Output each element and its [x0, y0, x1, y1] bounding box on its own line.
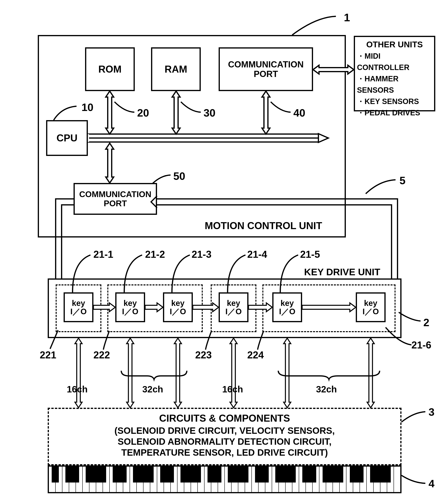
- cpu-block: CPU: [46, 120, 88, 156]
- keyio-3: key I／O: [163, 292, 193, 322]
- leader-21-4: [225, 254, 247, 294]
- cpu-bus-horizontal: [88, 132, 330, 144]
- keyio-1-label: key I／O: [70, 299, 87, 316]
- keyio-6: key I／O: [356, 292, 385, 322]
- cpu-label: CPU: [56, 132, 78, 144]
- keyio-4-label: key I／O: [225, 299, 242, 316]
- ref-comm2: 50: [173, 170, 185, 182]
- keyio-4: key I／O: [219, 292, 248, 322]
- leader-ref-4: [401, 473, 427, 485]
- keyio-1: key I／O: [64, 292, 94, 322]
- keyio-3-label: key I／O: [170, 299, 186, 316]
- cpu-comm2-conn: [104, 143, 116, 183]
- keyio-2: key I／O: [115, 292, 145, 322]
- ref-21-5: 21-5: [300, 249, 320, 260]
- keyio-2-label: key I／O: [122, 299, 138, 316]
- ref-21-2: 21-2: [145, 249, 165, 260]
- leader-224: [257, 331, 275, 351]
- ch-label-1: 32ch: [142, 384, 163, 395]
- ref-21-4: 21-4: [247, 249, 267, 260]
- leader-ref-10: [54, 105, 80, 121]
- leader-21-2: [122, 254, 144, 294]
- leader-ref-20: [114, 102, 136, 114]
- brace-222: [121, 370, 187, 380]
- other-units-item-1: ・HAMMER SENSORS: [357, 73, 432, 96]
- rom-bus-conn: [104, 91, 116, 134]
- leader-ref-5: [366, 179, 398, 195]
- keyboard: [48, 465, 401, 493]
- ch-label-0: 16ch: [67, 384, 88, 395]
- comm-port-top-label: COMMUNICATION PORT: [228, 60, 304, 79]
- leader-ref-30: [181, 102, 203, 114]
- keyio-arrow-1-2: [94, 302, 115, 312]
- ref-cpu: 10: [81, 101, 94, 113]
- comm1-otherunits-conn: [313, 64, 354, 76]
- leader-21-3: [170, 254, 192, 294]
- comm1-bus-conn: [260, 91, 272, 134]
- ref-222: 222: [94, 349, 110, 361]
- leader-221: [50, 330, 70, 350]
- other-units-item-2: ・KEY SENSORS: [357, 96, 419, 107]
- circuits-box: CIRCUITS & COMPONENTS (SOLENOID DRIVE CI…: [48, 408, 401, 465]
- vconn-1: [73, 338, 84, 408]
- keyio-arrow-5-6: [302, 302, 356, 312]
- vconn-4: [228, 338, 239, 408]
- keyio-5: key I／O: [272, 292, 302, 322]
- other-units-item-0: ・MIDI CONTROLLER: [357, 50, 432, 73]
- ref-busloop: 5: [400, 174, 405, 186]
- ram-bus-conn: [170, 91, 182, 134]
- leader-223: [206, 331, 224, 351]
- rom-block: ROM: [85, 47, 135, 91]
- ref-keyboard: 4: [429, 477, 434, 490]
- ram-label: RAM: [165, 64, 187, 75]
- circuits-title: CIRCUITS & COMPONENTS: [49, 413, 400, 424]
- leader-ref-50: [152, 174, 172, 185]
- leader-ref-3: [401, 411, 427, 424]
- other-units-item-3: ・PEDAL DRIVES: [357, 107, 420, 118]
- ch-label-3: 32ch: [316, 384, 337, 395]
- leader-ref-1: [292, 15, 340, 37]
- ref-21-6: 21-6: [411, 339, 431, 351]
- svg-rect-0: [88, 134, 89, 142]
- ref-ram: 30: [204, 107, 215, 119]
- leader-ref-2: [399, 310, 423, 323]
- circuits-body: (SOLENOID DRIVE CIRCUIT, VELOCITY SENSOR…: [49, 425, 400, 458]
- keyio-arrow-3-4: [193, 302, 219, 312]
- ref-224: 224: [247, 349, 264, 361]
- ref-21-3: 21-3: [192, 249, 211, 260]
- keyio-6-label: key I／O: [363, 299, 379, 316]
- keyio-arrow-4-5: [248, 302, 272, 312]
- ref-circuits: 3: [429, 406, 434, 418]
- ref-mcu: 1: [344, 11, 350, 24]
- ref-rom: 20: [137, 107, 149, 119]
- comm-port-top: COMMUNICATION PORT: [219, 47, 313, 91]
- ref-223: 223: [195, 349, 212, 361]
- keyio-5-label: key I／O: [279, 299, 295, 316]
- keyio-arrow-2-3: [145, 302, 163, 312]
- ref-21-1: 21-1: [94, 249, 113, 260]
- leader-ref-40: [271, 102, 293, 114]
- leader-21-5: [278, 254, 300, 294]
- brace-224: [278, 370, 380, 380]
- other-units-title: OTHER UNITS: [366, 40, 423, 49]
- leader-21-6: [385, 327, 414, 347]
- rom-label: ROM: [98, 64, 122, 75]
- ref-kdu: 2: [423, 316, 429, 329]
- kdu-label: KEY DRIVE UNIT: [304, 267, 380, 277]
- ch-label-2: 16ch: [222, 384, 243, 395]
- leader-21-1: [71, 254, 92, 294]
- ram-block: RAM: [151, 47, 201, 91]
- ref-comm1: 40: [293, 107, 305, 119]
- leader-222: [103, 331, 121, 351]
- ref-221: 221: [40, 349, 56, 361]
- other-units-box: OTHER UNITS ・MIDI CONTROLLER ・HAMMER SEN…: [354, 36, 435, 111]
